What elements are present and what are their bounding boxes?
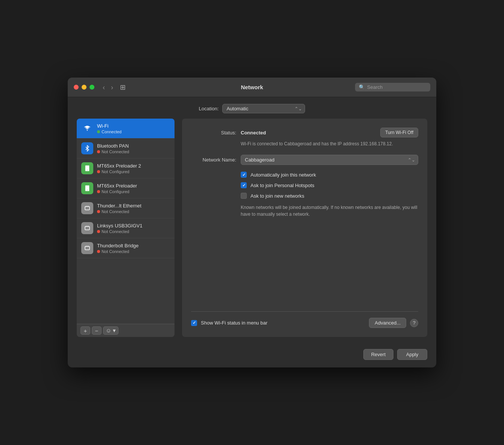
- wifi-info: Wi-Fi Connected: [97, 123, 170, 134]
- close-button[interactable]: [74, 85, 79, 90]
- ask-hotspots-row: Ask to join Personal Hotspots: [241, 182, 418, 188]
- help-button[interactable]: ?: [410, 319, 418, 327]
- grid-icon[interactable]: ⊞: [120, 83, 126, 91]
- window-title: Network: [241, 84, 263, 90]
- linksys-info: Linksys USB3GIGV1 Not Connected: [97, 223, 170, 234]
- linksys-name: Linksys USB3GIGV1: [97, 223, 170, 229]
- bluetooth-name: Bluetooth PAN: [97, 143, 170, 149]
- thunderbolt-eth-status-dot: [97, 210, 100, 213]
- thunderbolt-bridge-name: Thunderbolt Bridge: [97, 243, 170, 248]
- mt65xx-status: Not Configured: [97, 189, 170, 194]
- sidebar-item-mt65xx[interactable]: MT65xx Preloader Not Configured: [77, 178, 175, 198]
- sidebar-item-mt65xx2[interactable]: MT65xx Preloader 2 Not Configured: [77, 158, 175, 178]
- wifi-status-text: Connected: [102, 130, 121, 134]
- sidebar-item-thunderbolt-bridge[interactable]: Thunderbolt Bridge Not Connected: [77, 238, 175, 258]
- main-content: Wi-Fi Connected Blue: [68, 119, 436, 344]
- mt65xx-info: MT65xx Preloader Not Configured: [97, 183, 170, 194]
- wifi-name: Wi-Fi: [97, 123, 170, 129]
- thunderbolt-bridge-info: Thunderbolt Bridge Not Connected: [97, 243, 170, 254]
- show-wifi-row: Show Wi-Fi status in menu bar: [191, 320, 369, 326]
- svg-rect-2: [85, 227, 90, 230]
- status-label: Status:: [191, 130, 236, 136]
- mt65xx-status-dot: [97, 190, 100, 193]
- bluetooth-icon: [81, 142, 93, 154]
- traffic-lights: [74, 85, 94, 90]
- thunderbolt-bridge-status-dot: [97, 250, 100, 253]
- show-wifi-label: Show Wi-Fi status in menu bar: [201, 320, 267, 326]
- thunderbolt-eth-name: Thunder...lt Ethernet: [97, 203, 170, 209]
- search-input[interactable]: [367, 84, 427, 90]
- network-name-label: Network Name:: [191, 157, 236, 163]
- wifi-status-dot: [97, 130, 100, 133]
- linksys-status: Not Connected: [97, 229, 170, 234]
- status-row: Status: Connected Turn Wi-Fi Off: [191, 128, 418, 137]
- network-name-select[interactable]: Cabbageroad: [241, 155, 418, 165]
- add-network-button[interactable]: +: [80, 326, 90, 335]
- spacer: [191, 229, 418, 311]
- thunderbolt-eth-status-text: Not Connected: [102, 209, 129, 214]
- mt65xx-name: MT65xx Preloader: [97, 183, 170, 189]
- phone-icon: [81, 182, 93, 194]
- bluetooth-status: Not Connected: [97, 149, 170, 154]
- thunderbolt-eth-icon: [81, 202, 93, 214]
- mt65xx-status-text: Not Configured: [102, 189, 129, 194]
- wifi-icon: [81, 122, 93, 134]
- mt65xx2-status: Not Configured: [97, 169, 170, 174]
- network-name-select-wrapper: Cabbageroad ⌃⌄: [241, 155, 418, 165]
- linksys-icon: [81, 222, 93, 234]
- apply-button[interactable]: Apply: [397, 349, 427, 360]
- auto-join-label: Automatically join this network: [250, 172, 316, 178]
- show-wifi-checkbox[interactable]: [191, 320, 197, 326]
- more-options-button[interactable]: ☺ ▾: [103, 326, 118, 335]
- search-box: 🔍: [355, 83, 430, 91]
- thunderbolt-eth-status: Not Connected: [97, 209, 170, 214]
- ask-hotspots-label: Ask to join Personal Hotspots: [250, 183, 314, 188]
- status-value: Connected: [241, 130, 380, 136]
- advanced-button[interactable]: Advanced...: [369, 318, 406, 328]
- network-list: Wi-Fi Connected Blue: [77, 119, 175, 324]
- minimize-button[interactable]: [82, 85, 87, 90]
- ask-hotspots-checkbox[interactable]: [241, 182, 247, 188]
- nav-buttons: ‹ ›: [100, 83, 115, 91]
- linksys-status-dot: [97, 230, 100, 233]
- svg-rect-3: [85, 247, 90, 250]
- bottom-buttons: Advanced... ?: [369, 318, 418, 328]
- mt65xx2-status-dot: [97, 170, 100, 173]
- right-panel: Status: Connected Turn Wi-Fi Off Wi-Fi i…: [182, 119, 427, 337]
- ask-new-checkbox[interactable]: [241, 193, 247, 199]
- checkboxes-section: Automatically join this network Ask to j…: [241, 172, 418, 199]
- sidebar: Wi-Fi Connected Blue: [77, 119, 175, 337]
- turn-wifi-button[interactable]: Turn Wi-Fi Off: [380, 128, 418, 137]
- ask-new-row: Ask to join new networks: [241, 193, 418, 199]
- location-bar: Location: Automatic ⌃⌄: [68, 97, 436, 119]
- auto-join-checkbox[interactable]: [241, 172, 247, 178]
- forward-button[interactable]: ›: [109, 83, 115, 91]
- mt65xx2-info: MT65xx Preloader 2 Not Configured: [97, 163, 170, 174]
- network-preferences-window: ‹ › ⊞ Network 🔍 Location: Automatic ⌃⌄: [68, 78, 436, 367]
- linksys-status-text: Not Connected: [102, 229, 129, 234]
- back-button[interactable]: ‹: [100, 83, 107, 91]
- revert-button[interactable]: Revert: [363, 349, 393, 360]
- known-networks-note: Known networks will be joined automatica…: [241, 204, 418, 218]
- mt65xx2-name: MT65xx Preloader 2: [97, 163, 170, 169]
- maximize-button[interactable]: [90, 85, 94, 90]
- sidebar-toolbar: + − ☺ ▾: [77, 324, 175, 337]
- svg-point-0: [87, 130, 88, 131]
- sidebar-item-wifi[interactable]: Wi-Fi Connected: [77, 119, 175, 139]
- location-label: Location:: [199, 106, 219, 111]
- sidebar-item-linksys[interactable]: Linksys USB3GIGV1 Not Connected: [77, 218, 175, 238]
- sidebar-item-thunderbolt-eth[interactable]: Thunder...lt Ethernet Not Connected: [77, 198, 175, 218]
- network-name-row: Network Name: Cabbageroad ⌃⌄: [191, 155, 418, 165]
- mt65xx2-status-text: Not Configured: [102, 169, 129, 174]
- remove-network-button[interactable]: −: [92, 326, 102, 335]
- location-select[interactable]: Automatic: [222, 104, 305, 113]
- search-icon: 🔍: [359, 84, 365, 90]
- auto-join-row: Automatically join this network: [241, 172, 418, 178]
- thunderbolt-bridge-status: Not Connected: [97, 249, 170, 254]
- sidebar-item-bluetooth[interactable]: Bluetooth PAN Not Connected: [77, 139, 175, 158]
- status-description: Wi-Fi is connected to Cabbageroad and ha…: [241, 140, 418, 147]
- bluetooth-status-dot: [97, 150, 100, 153]
- bluetooth-info: Bluetooth PAN Not Connected: [97, 143, 170, 154]
- titlebar: ‹ › ⊞ Network 🔍: [68, 78, 436, 97]
- svg-rect-1: [85, 207, 90, 210]
